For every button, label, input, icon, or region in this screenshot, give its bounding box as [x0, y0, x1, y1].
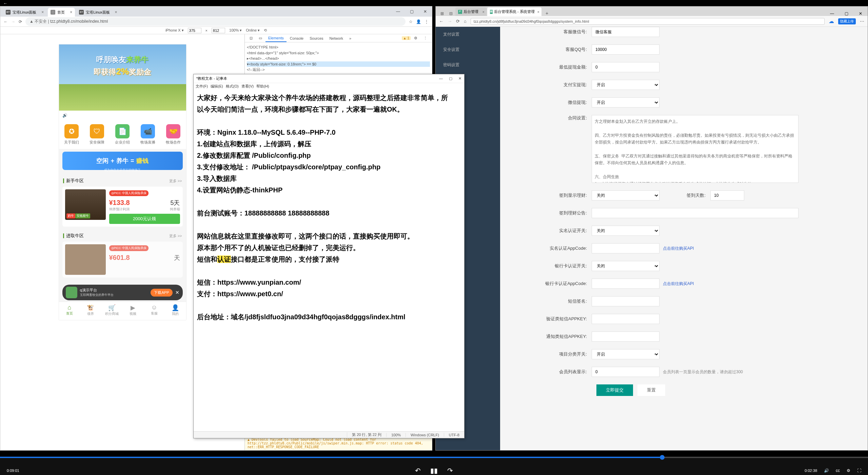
menu-icon[interactable]: ⋮ — [425, 19, 429, 24]
menu-item[interactable]: 格式(O) — [226, 84, 239, 89]
min-withdraw-input[interactable] — [592, 62, 659, 72]
project-cat-select[interactable]: 开启 — [592, 349, 659, 359]
hero-banner[interactable]: 呼朋唤友来养牛 即获得2%奖励金 — [59, 44, 186, 111]
more-link[interactable]: 更多 >> — [169, 178, 182, 184]
cloud-icon[interactable]: ☁ — [829, 18, 834, 24]
grid-item[interactable]: 🤝牧场合作 — [161, 124, 186, 145]
device-select[interactable]: iPhone X ▾ — [165, 28, 184, 33]
member-list-input[interactable] — [592, 367, 659, 377]
menu-item[interactable]: 文件(F) — [196, 84, 208, 89]
product-card[interactable]: 奶牛 安格斯牛 ◎PICC 中国人民保险承保 ¥133.85天 饲养预计利润饲养… — [62, 187, 183, 227]
realname-appcode-input[interactable] — [592, 243, 659, 253]
chrome-tab[interactable]: BT宝塔Linux面板× — [76, 8, 120, 17]
sms-sign-input[interactable] — [592, 296, 659, 306]
signin-days-input[interactable] — [710, 190, 744, 201]
maximize-icon[interactable]: ▢ — [839, 11, 853, 16]
minimize-icon[interactable]: — — [825, 11, 839, 16]
volume-icon[interactable]: 🔊 — [824, 468, 829, 473]
network-select[interactable]: Online ▾ — [246, 28, 260, 33]
forward-icon[interactable]: ↷ — [447, 467, 453, 475]
nav-item[interactable]: ▶视频 — [122, 302, 144, 320]
grid-item[interactable]: 📄企业介绍 — [110, 124, 135, 145]
device-toggle-icon[interactable]: ▭ — [256, 35, 265, 42]
cc-icon[interactable]: cc — [836, 468, 840, 473]
grid-item[interactable]: 🛡安全保障 — [84, 124, 110, 145]
upload-badge[interactable]: 隐藏上传 — [838, 18, 856, 24]
devtools-tab[interactable]: Console — [287, 35, 306, 42]
nav-back-icon[interactable]: ← — [4, 19, 8, 24]
edge-tab[interactable]: ▦后台管理系统 - 系统管理× — [487, 7, 541, 16]
new-tab-icon[interactable]: + — [542, 11, 552, 16]
adopt-button[interactable]: 2000元认领 — [109, 214, 180, 224]
announcement-bar[interactable]: 🔊 — [59, 111, 186, 120]
nav-item[interactable]: 🛒积分商城 — [101, 302, 123, 320]
minimize-icon[interactable]: — — [391, 9, 405, 14]
more-icon[interactable]: ⋯ — [860, 19, 864, 24]
nav-item[interactable]: ☺客服 — [144, 302, 165, 320]
signin-notice-input[interactable] — [592, 208, 798, 218]
chrome-tab[interactable]: ◌首页× — [48, 8, 75, 17]
signin-show-select[interactable]: 关闭 — [592, 190, 659, 201]
devtools-tab-more[interactable]: » — [347, 35, 354, 42]
grid-item[interactable]: ✪关于我们 — [59, 124, 84, 145]
buy-api-link[interactable]: 点击前往购买API — [663, 246, 694, 251]
device-width[interactable] — [188, 28, 201, 33]
contract-textarea[interactable] — [592, 115, 798, 183]
tab-close-icon[interactable]: × — [70, 10, 72, 15]
realname-select[interactable]: 关闭 — [592, 226, 659, 236]
bankcard-select[interactable]: 关闭 — [592, 261, 659, 271]
submit-button[interactable]: 立即提交 — [596, 384, 633, 396]
pause-icon[interactable]: ▮▮ — [430, 467, 438, 475]
profile-icon[interactable]: 👤 — [416, 19, 421, 24]
kefu-qq-input[interactable] — [592, 44, 659, 55]
edge-tab[interactable]: P后台管理× — [455, 7, 487, 16]
tab-close-icon[interactable]: × — [482, 10, 485, 14]
nav-item[interactable]: 👤我的 — [165, 302, 186, 320]
menu-item[interactable]: 帮助(H) — [256, 84, 269, 89]
star-icon[interactable]: ☆ — [409, 19, 413, 24]
maximize-icon[interactable]: ▢ — [449, 76, 452, 81]
reload-icon[interactable]: ⟳ — [19, 19, 22, 24]
minimize-icon[interactable]: — — [439, 76, 443, 81]
notepad-titlebar[interactable]: *教程文本 - 记事本 — ▢ ✕ — [194, 74, 464, 83]
rotate-icon[interactable]: ⟲ — [264, 28, 267, 33]
warning-badge[interactable]: ▲ 1 — [402, 36, 411, 40]
product-card[interactable]: ◎PICC 中国人民保险承保 ¥601.8天 — [62, 242, 183, 278]
more-link[interactable]: 更多 >> — [169, 233, 182, 239]
address-bar[interactable]: ▲ 不安全 | tzz.phldty8.cn/mobile/index.html — [25, 17, 406, 26]
more-icon[interactable]: ⋮ — [421, 35, 430, 42]
sidebar-item[interactable]: 密码设置 — [436, 57, 500, 73]
close-icon[interactable]: ✕ — [458, 76, 461, 81]
popup-close-icon[interactable]: ✕ — [175, 290, 179, 295]
settings-icon[interactable]: ⚙ — [411, 35, 420, 42]
settings-icon[interactable]: ⚙ — [847, 468, 850, 473]
zoom-select[interactable]: 100% ▾ — [229, 28, 242, 33]
sidebar-item[interactable]: 支付设置 — [436, 27, 500, 42]
tab-actions-icon[interactable]: ⊟ — [447, 11, 455, 16]
home-icon[interactable]: ⌂ — [464, 19, 467, 24]
kefu-wechat-input[interactable] — [592, 27, 659, 37]
address-bar[interactable]: tzz.phldty8.cn/jd8fjsldfuo3jna09d34hgf0q… — [471, 18, 825, 25]
devtools-tab[interactable]: Elements — [265, 35, 287, 42]
notepad-content[interactable]: 大家好，今天来给大家录这个养牛农场的搭建教程，源码整理之后搭建非常简单，所以今天… — [194, 90, 464, 325]
chrome-tab[interactable]: BT宝塔Linux面板× — [3, 8, 46, 17]
close-icon[interactable]: ✕ — [853, 11, 868, 16]
dom-tree[interactable]: <!DOCTYPE html><html data-dpr="1" style=… — [245, 42, 432, 75]
devtools-tab[interactable]: Sources — [307, 35, 326, 42]
wechat-select[interactable]: 开启 — [592, 97, 659, 108]
verify-sms-input[interactable] — [592, 314, 659, 324]
nav-back-icon[interactable]: ← — [439, 19, 443, 24]
reload-icon[interactable]: ⟳ — [456, 19, 460, 24]
maximize-icon[interactable]: ▢ — [405, 9, 418, 14]
video-progress[interactable] — [0, 457, 868, 458]
inspect-icon[interactable]: ⊡ — [247, 35, 255, 42]
rewind-icon[interactable]: ↶ — [415, 467, 421, 475]
fullscreen-icon[interactable]: ⛶ — [857, 468, 861, 473]
download-button[interactable]: 下载APP — [151, 289, 172, 297]
reset-button[interactable]: 重置 — [637, 384, 665, 396]
notice-sms-input[interactable] — [592, 331, 659, 342]
tab-close-icon[interactable]: × — [41, 10, 44, 15]
promo-banner[interactable]: 空闲+养牛=赚钱 — [62, 152, 183, 170]
sidebar-item[interactable]: 安全设置 — [436, 42, 500, 57]
tab-close-icon[interactable]: × — [115, 10, 117, 15]
